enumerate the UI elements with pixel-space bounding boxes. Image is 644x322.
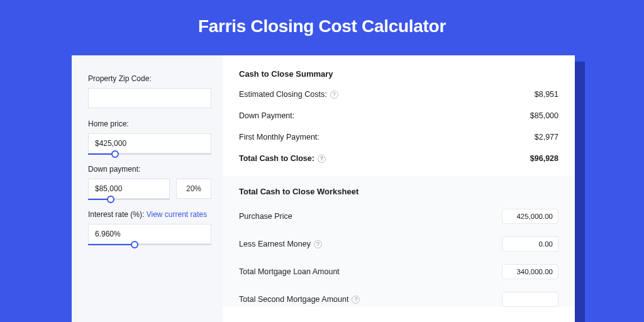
summary-total-value: $96,928	[530, 154, 558, 163]
view-rates-link[interactable]: View current rates	[147, 210, 208, 219]
zip-field: Property Zip Code:	[88, 74, 211, 108]
home-price-label: Home price:	[88, 119, 211, 128]
summary-title: Cash to Close Summary	[239, 69, 558, 79]
interest-rate-input[interactable]	[88, 224, 211, 244]
summary-value: $2,977	[535, 133, 558, 142]
down-payment-percent[interactable]: 20%	[176, 179, 211, 199]
help-icon[interactable]: ?	[330, 91, 338, 99]
worksheet-title: Total Cash to Close Worksheet	[239, 187, 558, 196]
worksheet-label: Total Mortgage Loan Amount	[239, 267, 340, 276]
summary-row-first-payment: First Monthly Payment: $2,977	[239, 133, 558, 142]
worksheet-row-purchase-price: Purchase Price 425,000.00	[239, 209, 558, 224]
interest-rate-label-text: Interest rate (%):	[88, 210, 147, 219]
worksheet-value[interactable]	[502, 292, 558, 307]
zip-label: Property Zip Code:	[88, 74, 211, 83]
worksheet-label: Purchase Price	[239, 212, 292, 221]
summary-value: $8,951	[535, 90, 558, 99]
down-payment-slider-thumb[interactable]	[107, 196, 114, 203]
results-panel: Cash to Close Summary Estimated Closing …	[223, 55, 575, 322]
help-icon[interactable]: ?	[318, 155, 326, 163]
worksheet-value[interactable]: 425,000.00	[502, 209, 558, 224]
calculator-card: Property Zip Code: Home price: Down paym…	[72, 55, 575, 322]
summary-label: Estimated Closing Costs:	[239, 90, 327, 99]
summary-label: Down Payment:	[239, 111, 294, 120]
worksheet-panel: Total Cash to Close Worksheet Purchase P…	[223, 175, 575, 307]
home-price-input-wrap	[88, 133, 211, 153]
summary-row-down-payment: Down Payment: $85,000	[239, 111, 558, 120]
home-price-field: Home price:	[88, 119, 211, 153]
page-title: Farris Closing Cost Calculator	[0, 0, 644, 49]
down-payment-field: Down payment: 20%	[88, 165, 211, 199]
home-price-slider-thumb[interactable]	[111, 150, 119, 158]
summary-row-closing-costs: Estimated Closing Costs: ? $8,951	[239, 90, 558, 99]
worksheet-row-second-mortgage: Total Second Mortgage Amount ?	[239, 292, 558, 307]
interest-rate-label: Interest rate (%): View current rates	[88, 210, 211, 219]
summary-row-total: Total Cash to Close: ? $96,928	[239, 154, 558, 163]
down-payment-input[interactable]	[88, 179, 170, 199]
zip-input[interactable]	[88, 88, 211, 108]
down-payment-label: Down payment:	[88, 165, 211, 174]
worksheet-row-earnest-money: Less Earnest Money ? 0.00	[239, 236, 558, 252]
help-icon[interactable]: ?	[352, 296, 360, 304]
worksheet-label: Total Second Mortgage Amount	[239, 295, 348, 304]
summary-value: $85,000	[530, 111, 558, 120]
worksheet-label: Less Earnest Money	[239, 240, 311, 248]
summary-total-label: Total Cash to Close:	[239, 154, 314, 163]
help-icon[interactable]: ?	[314, 240, 322, 248]
down-payment-input-wrap	[88, 179, 170, 199]
interest-rate-slider-fill	[88, 244, 135, 245]
inputs-panel: Property Zip Code: Home price: Down paym…	[72, 55, 223, 322]
interest-rate-field: Interest rate (%): View current rates	[88, 210, 211, 244]
interest-rate-slider-thumb[interactable]	[131, 241, 138, 248]
worksheet-value[interactable]: 0.00	[502, 236, 558, 252]
worksheet-row-mortgage-amount: Total Mortgage Loan Amount 340,000.00	[239, 264, 558, 279]
worksheet-value[interactable]: 340,000.00	[502, 264, 558, 279]
summary-label: First Monthly Payment:	[239, 133, 319, 142]
home-price-input[interactable]	[88, 133, 211, 153]
interest-rate-input-wrap	[88, 224, 211, 244]
